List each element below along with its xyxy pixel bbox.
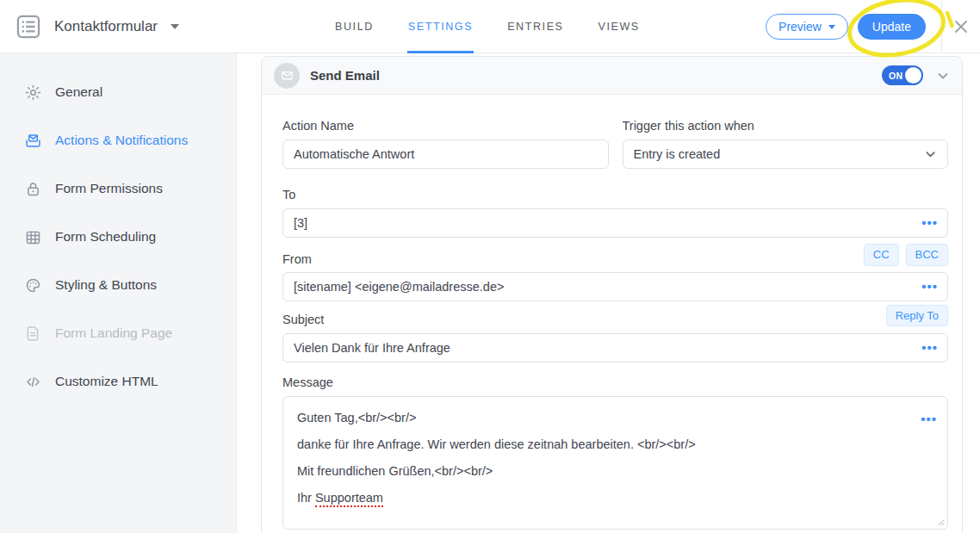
to-input[interactable]: [3] — [282, 208, 948, 238]
document-icon — [24, 325, 42, 343]
trigger-selected-value: Entry is created — [634, 147, 721, 161]
update-button[interactable]: Update — [858, 14, 926, 40]
tab-views[interactable]: VIEWS — [598, 0, 641, 53]
ellipsis-icon[interactable]: ••• — [921, 280, 938, 293]
message-textarea[interactable]: ••• Guten Tag,<br/><br/> danke für Ihre … — [282, 396, 948, 530]
trigger-select[interactable]: Entry is created — [623, 139, 949, 169]
calendar-icon — [24, 228, 42, 246]
close-button[interactable] — [942, 0, 980, 53]
sidebar-item-label: Form Permissions — [55, 181, 163, 196]
misspelled-word: Supporteam — [315, 491, 383, 507]
subject-input[interactable]: Vielen Dank für Ihre Anfrage — [282, 333, 948, 363]
sidebar-item-styling-buttons[interactable]: Styling & Buttons — [0, 261, 236, 309]
sidebar-item-form-scheduling[interactable]: Form Scheduling — [0, 213, 236, 261]
lock-icon — [24, 180, 42, 198]
trigger-label: Trigger this action when — [623, 119, 949, 133]
action-name-input[interactable]: Automatische Antwort — [282, 139, 609, 169]
reply-to-button[interactable]: Reply To — [886, 305, 948, 327]
from-input[interactable]: [sitename] <eigene@mailadresse.de> — [282, 272, 948, 301]
action-title: Send Email — [310, 68, 380, 83]
tab-settings[interactable]: SETTINGS — [407, 0, 474, 53]
action-enabled-toggle[interactable]: ON — [882, 65, 923, 85]
palette-icon — [24, 276, 42, 294]
message-line: danke für Ihre Anfrage. Wir werden diese… — [297, 431, 913, 458]
action-name-label: Action Name — [282, 119, 609, 133]
sidebar-item-label: General — [55, 84, 102, 100]
sidebar-item-general[interactable]: General — [0, 68, 236, 116]
chevron-down-icon — [171, 24, 179, 29]
message-line: Ihr Supporteam — [297, 485, 913, 511]
sidebar-item-customize-html[interactable]: Customize HTML — [0, 357, 236, 406]
bcc-button[interactable]: BCC — [906, 244, 948, 266]
subject-label: Subject — [282, 313, 324, 326]
sidebar-item-label: Styling & Buttons — [55, 277, 157, 293]
form-title: Kontaktformular — [54, 18, 158, 35]
sidebar-item-label: Actions & Notifications — [55, 133, 188, 148]
tab-build[interactable]: BUILD — [334, 0, 375, 53]
ellipsis-icon[interactable]: ••• — [921, 341, 938, 354]
textarea-resize-handle[interactable] — [937, 518, 945, 526]
top-header-bar: Kontaktformular BUILD SETTINGS ENTRIES V… — [0, 0, 980, 53]
toggle-state-label: ON — [889, 71, 902, 81]
form-list-icon — [14, 12, 43, 41]
sidebar-item-form-landing-page[interactable]: Form Landing Page — [0, 309, 236, 357]
chevron-down-icon — [936, 69, 950, 83]
to-label: To — [282, 188, 948, 201]
form-switcher[interactable]: Kontaktformular — [14, 0, 179, 53]
sidebar-item-actions-notifications[interactable]: Actions & Notifications — [0, 116, 236, 164]
sidebar-item-label: Form Scheduling — [55, 229, 156, 245]
sidebar-item-label: Form Landing Page — [55, 325, 172, 341]
message-line: Guten Tag,<br/><br/> — [297, 405, 913, 431]
preview-button-label: Preview — [778, 20, 822, 34]
close-icon — [952, 18, 970, 35]
settings-content: Send Email ON Action Name Automatische A… — [238, 53, 980, 533]
send-email-action-card: Send Email ON Action Name Automatische A… — [261, 56, 963, 533]
chevron-down-icon — [924, 148, 937, 161]
ellipsis-icon[interactable]: ••• — [921, 216, 938, 229]
collapse-card-button[interactable] — [936, 69, 950, 83]
sidebar-item-form-permissions[interactable]: Form Permissions — [0, 164, 236, 213]
chevron-down-icon — [828, 25, 835, 29]
settings-sidebar: General Actions & Notifications Form Per… — [0, 53, 237, 533]
send-email-card-body: Action Name Automatische Antwort Trigger… — [262, 95, 962, 533]
gear-icon — [24, 84, 42, 102]
header-actions: Preview Update — [766, 0, 980, 53]
preview-button[interactable]: Preview — [766, 14, 848, 40]
tab-entries[interactable]: ENTRIES — [506, 0, 564, 53]
code-icon — [24, 373, 42, 391]
message-line: Mit freundlichen Grüßen,<br/><br/> — [297, 458, 913, 485]
actions-notifications-icon — [24, 132, 42, 150]
ellipsis-icon[interactable]: ••• — [921, 412, 937, 425]
from-label: From — [282, 252, 312, 266]
email-icon — [274, 63, 300, 89]
cc-button[interactable]: CC — [864, 244, 899, 266]
send-email-card-header: Send Email ON — [262, 57, 962, 95]
sidebar-item-label: Customize HTML — [55, 374, 158, 389]
message-label: Message — [282, 375, 948, 389]
top-nav-tabs: BUILD SETTINGS ENTRIES VIEWS — [334, 0, 641, 53]
toggle-knob — [905, 67, 921, 84]
